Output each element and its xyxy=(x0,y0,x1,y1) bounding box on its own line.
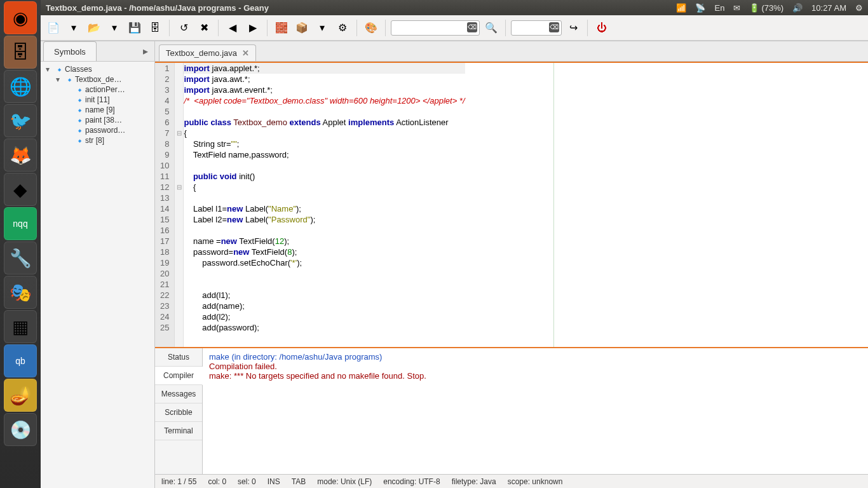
code-line[interactable]: import java.awt.event.*; xyxy=(184,85,465,95)
launcher-twitter[interactable]: 🐦 xyxy=(4,104,37,137)
code-line[interactable]: name =new TextField(12); xyxy=(184,236,465,247)
save-button[interactable]: 💾 xyxy=(126,19,144,37)
launcher-devices[interactable]: 💿 xyxy=(4,413,37,446)
code-line[interactable]: Label l2=new Label("Password"); xyxy=(184,214,465,225)
search-button[interactable]: 🔍 xyxy=(482,19,500,37)
status-sel: sel: 0 xyxy=(238,477,256,486)
code-line[interactable]: password.setEchoChar('*'); xyxy=(184,257,465,268)
launcher-chromium[interactable]: 🌐 xyxy=(4,70,37,103)
tree-node[interactable]: 🔹str [8] xyxy=(41,135,154,146)
code-line[interactable]: import java.applet.*; xyxy=(184,63,465,74)
color-chooser-button[interactable]: 🎨 xyxy=(362,19,380,37)
launcher-ubuntu[interactable]: ◉ xyxy=(4,1,37,34)
tab-close-icon[interactable]: ✕ xyxy=(242,48,249,58)
open-button[interactable]: 📂 xyxy=(85,19,103,37)
build-dropdown[interactable]: ▾ xyxy=(313,19,331,37)
fold-column[interactable]: ⊟⊟ xyxy=(175,63,184,347)
code-line[interactable]: String str=""; xyxy=(184,139,465,149)
reload-button[interactable]: ↺ xyxy=(175,19,193,37)
tree-node[interactable]: 🔹actionPer… xyxy=(41,85,154,95)
compile-button[interactable]: 🧱 xyxy=(273,19,290,37)
code-line[interactable]: TextField name,password; xyxy=(184,149,465,160)
code-line[interactable]: { xyxy=(184,128,465,139)
code-line[interactable]: { xyxy=(184,182,465,193)
code-line[interactable] xyxy=(184,268,465,279)
code-line[interactable]: add(l1); xyxy=(184,290,465,301)
nav-back-button[interactable]: ◀ xyxy=(224,19,241,37)
output-line[interactable]: Compilation failed. xyxy=(209,362,862,371)
close-button[interactable]: ✖ xyxy=(195,19,213,37)
execute-button[interactable]: ⚙ xyxy=(334,19,351,37)
new-dropdown[interactable]: ▾ xyxy=(65,19,83,37)
code-line[interactable] xyxy=(184,279,465,290)
launcher-files[interactable]: 🗄 xyxy=(4,36,37,69)
launcher-inkscape[interactable]: ◆ xyxy=(4,173,37,206)
code-line[interactable]: Label l1=new Label("Name"); xyxy=(184,203,465,214)
top-menu-bar: Textbox_demo.java - /home/ashu/Java prog… xyxy=(41,0,868,15)
new-file-button[interactable]: 📄 xyxy=(44,19,62,37)
wifi-icon[interactable]: 📡 xyxy=(695,3,705,13)
launcher-lamp[interactable]: 🪔 xyxy=(4,379,37,412)
code-line[interactable]: add(password); xyxy=(184,322,465,333)
message-tabs[interactable]: StatusCompilerMessagesScribbleTerminal xyxy=(155,348,203,474)
code-line[interactable]: add(l2); xyxy=(184,311,465,322)
volume-icon[interactable]: 🔊 xyxy=(792,3,803,13)
sidebar: Symbols ▸ ▾🔹Classes▾🔹Textbox_de…🔹actionP… xyxy=(41,41,155,488)
launcher-settings[interactable]: 🔧 xyxy=(4,241,37,274)
gear-icon[interactable]: ⚙ xyxy=(855,3,863,13)
code-line[interactable]: password=new TextField(8); xyxy=(184,247,465,257)
launcher-nqq[interactable]: nqq xyxy=(4,207,37,240)
output-line[interactable]: make: *** No targets specified and no ma… xyxy=(209,371,862,381)
tree-node[interactable]: ▾🔹Textbox_de… xyxy=(41,74,154,85)
compiler-output[interactable]: make (in directory: /home/ashu/Java prog… xyxy=(203,348,868,474)
window-title: Textbox_demo.java - /home/ashu/Java prog… xyxy=(46,3,676,13)
code-line[interactable] xyxy=(184,160,465,171)
msg-tab-status[interactable]: Status xyxy=(155,348,202,367)
nav-forward-button[interactable]: ▶ xyxy=(244,19,262,37)
mail-icon[interactable]: ✉ xyxy=(733,3,740,13)
code-line[interactable]: public class Textbox_demo extends Applet… xyxy=(184,117,465,128)
system-tray[interactable]: 📶 📡 En ✉ 🔋(73%) 🔊 10:27 AM ⚙ xyxy=(676,3,863,13)
code-line[interactable] xyxy=(184,106,465,117)
battery-icon[interactable]: 🔋(73%) xyxy=(749,3,783,13)
code-line[interactable] xyxy=(184,193,465,203)
open-dropdown[interactable]: ▾ xyxy=(105,19,123,37)
clear-find-icon[interactable]: ⌫ xyxy=(467,22,477,32)
clock[interactable]: 10:27 AM xyxy=(811,3,846,13)
code-editor[interactable]: 1234567891011121314151617181920212223242… xyxy=(155,62,868,347)
msg-tab-messages[interactable]: Messages xyxy=(155,385,202,403)
tree-node[interactable]: ▾🔹Classes xyxy=(41,64,154,74)
tree-node[interactable]: 🔹paint [38… xyxy=(41,115,154,125)
sidebar-expand-icon[interactable]: ▸ xyxy=(139,45,152,57)
output-line[interactable]: make (in directory: /home/ashu/Java prog… xyxy=(209,352,862,362)
code-line[interactable]: import java.awt.*; xyxy=(184,74,465,85)
clear-goto-icon[interactable]: ⌫ xyxy=(549,22,559,32)
tree-node[interactable]: 🔹init [11] xyxy=(41,95,154,105)
msg-tab-scribble[interactable]: Scribble xyxy=(155,403,202,422)
tree-node[interactable]: 🔹password… xyxy=(41,125,154,135)
code-line[interactable] xyxy=(184,225,465,236)
keyboard-layout[interactable]: En xyxy=(714,3,724,13)
status-bar: line: 1 / 55 col: 0 sel: 0 INS TAB mode:… xyxy=(155,474,868,488)
launcher-qbittorrent[interactable]: qb xyxy=(4,344,37,377)
code-line[interactable]: public void init() xyxy=(184,171,465,182)
network-icon[interactable]: 📶 xyxy=(676,3,686,13)
launcher-gimp[interactable]: 🎭 xyxy=(4,276,37,309)
launcher-firefox[interactable]: 🦊 xyxy=(4,139,37,172)
jump-button[interactable]: ↪ xyxy=(564,19,582,37)
symbol-tree[interactable]: ▾🔹Classes▾🔹Textbox_de…🔹actionPer…🔹init [… xyxy=(41,62,154,488)
save-all-button[interactable]: 🗄 xyxy=(146,19,164,37)
code-line[interactable]: /* <applet code="Textbox_demo.class" wid… xyxy=(184,95,465,106)
unity-launcher[interactable]: ◉🗄🌐🐦🦊◆nqq🔧🎭▦qb🪔💿 xyxy=(0,0,41,488)
sidebar-tab-symbols[interactable]: Symbols xyxy=(43,41,97,61)
quit-button[interactable]: ⏻ xyxy=(593,19,611,37)
msg-tab-terminal[interactable]: Terminal xyxy=(155,422,202,440)
msg-tab-compiler[interactable]: Compiler xyxy=(155,367,203,385)
launcher-unknown[interactable]: ▦ xyxy=(4,310,37,343)
code-line[interactable]: add(name); xyxy=(184,301,465,311)
editor-tab[interactable]: Textbox_demo.java ✕ xyxy=(159,44,256,61)
tree-node[interactable]: 🔹name [9] xyxy=(41,105,154,115)
editor-tabs: Textbox_demo.java ✕ xyxy=(155,41,868,62)
find-input[interactable] xyxy=(391,20,480,36)
build-button[interactable]: 📦 xyxy=(293,19,311,37)
